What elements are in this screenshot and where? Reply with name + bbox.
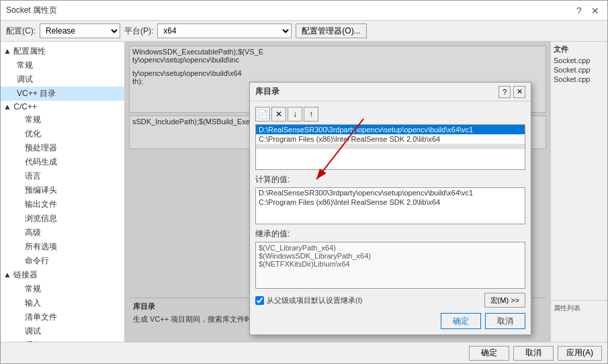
close-button[interactable]: ✕ xyxy=(589,4,602,17)
platform-select[interactable]: x64 xyxy=(157,24,292,38)
main-panel: WindowsSDK_ExecutablePath);$(VS_E ty\ope… xyxy=(125,42,550,342)
file-item-2[interactable]: Socket.cpp xyxy=(551,75,607,84)
sidebar-item-advanced[interactable]: 高级 xyxy=(1,226,124,240)
file-item-0[interactable]: Socket.cpp xyxy=(551,56,607,65)
sidebar-item-preprocessor[interactable]: 预处理器 xyxy=(1,141,124,155)
modal-title: 库目录 xyxy=(255,86,279,97)
sidebar-item-linker[interactable]: ▲ 链接器 xyxy=(1,268,124,282)
modal-confirm-button[interactable]: 确定 xyxy=(441,313,481,329)
modal-overlay: 库目录 ? ✕ 📄 ✕ ↓ ↑ xyxy=(125,42,550,342)
modal-cancel-button[interactable]: 取消 xyxy=(485,313,525,329)
window-title: Socket 属性页 xyxy=(6,5,57,16)
list-item-0[interactable]: D:\RealSenseSR300\3rdparty\opencv\setup\… xyxy=(256,125,525,134)
inherited-item-2: $(NETFXKitsDir)Lib\um\x64 xyxy=(259,260,522,268)
inherited-box: $(VC_LibraryPath_x64) $(WindowsSDK_Libra… xyxy=(255,242,525,289)
macro-button[interactable]: 宏(M) >> xyxy=(484,293,525,308)
file-item-1[interactable]: Socket.cpp xyxy=(551,65,607,75)
modal-icon-toolbar: 📄 ✕ ↓ ↑ xyxy=(255,107,525,122)
bottom-bar: 确定 取消 应用(A) xyxy=(1,342,607,363)
config-select[interactable]: Release xyxy=(40,24,120,38)
main-window: Socket 属性页 ? ✕ 配置(C): Release 平台(P): x64… xyxy=(0,0,608,364)
config-label: 配置(C): xyxy=(6,26,36,37)
sidebar-item-cpp-optimize[interactable]: 优化 xyxy=(1,127,124,141)
sidebar-item-general[interactable]: 常规 xyxy=(1,58,124,73)
bottom-cancel-button[interactable]: 取消 xyxy=(513,346,554,361)
inherited-label: 继承的值: xyxy=(255,228,525,240)
editable-list[interactable]: D:\RealSenseSR300\3rdparty\opencv\setup\… xyxy=(255,124,525,170)
sidebar-item-linker-general[interactable]: 常规 xyxy=(1,282,124,296)
inherit-checkbox[interactable] xyxy=(255,296,264,305)
file-list-column: 文件 Socket.cpp Socket.cpp Socket.cpp 属性列表 xyxy=(550,42,607,342)
title-bar-controls: ? ✕ xyxy=(572,4,602,17)
delete-item-button[interactable]: ✕ xyxy=(271,107,286,122)
config-manager-button[interactable]: 配置管理器(O)... xyxy=(296,24,366,38)
sidebar-item-linker-input[interactable]: 输入 xyxy=(1,296,124,310)
modal-bottom: 确定 取消 xyxy=(255,313,525,329)
modal-controls: ? ✕ xyxy=(498,86,525,98)
inherited-item-0: $(VC_LibraryPath_x64) xyxy=(259,244,522,252)
sidebar-item-language[interactable]: 语言 xyxy=(1,169,124,183)
content-area: ▲ 配置属性 常规 调试 VC++ 目录 ▲ C/C++ 常规 优化 预处理器 … xyxy=(1,42,607,342)
move-down-button[interactable]: ↓ xyxy=(288,107,302,122)
new-item-button[interactable]: 📄 xyxy=(255,107,270,122)
file-list-bottom-label: 属性列表 xyxy=(554,304,580,312)
sidebar-item-linker-debug[interactable]: 调试 xyxy=(1,324,124,338)
sidebar-item-debug[interactable]: 调试 xyxy=(1,73,124,87)
modal-close-button[interactable]: ✕ xyxy=(513,86,525,98)
computed-item-0: D:\RealSenseSR300\3rdparty\opencv\setup\… xyxy=(256,188,525,197)
file-list-header: 文件 xyxy=(551,43,607,56)
bottom-confirm-button[interactable]: 确定 xyxy=(469,346,509,361)
sidebar-item-cpp-general[interactable]: 常规 xyxy=(1,113,124,127)
sidebar-item-config-props[interactable]: ▲ 配置属性 xyxy=(1,44,124,58)
sidebar-item-browse[interactable]: 浏览信息 xyxy=(1,212,124,226)
move-up-button[interactable]: ↑ xyxy=(304,107,318,122)
title-bar: Socket 属性页 ? ✕ xyxy=(1,1,607,21)
modal-help-button[interactable]: ? xyxy=(498,86,511,98)
bottom-apply-button[interactable]: 应用(A) xyxy=(558,346,602,361)
sidebar-item-manifest[interactable]: 清单文件 xyxy=(1,310,124,324)
sidebar-item-pch[interactable]: 预编译头 xyxy=(1,183,124,197)
computed-list: D:\RealSenseSR300\3rdparty\opencv\setup\… xyxy=(255,187,525,224)
sidebar-item-cmdline[interactable]: 命令行 xyxy=(1,254,124,268)
modal-body: 📄 ✕ ↓ ↑ D:\RealSenseSR300\3rdparty\openc… xyxy=(250,101,531,334)
computed-item-1: C:\Program Files (x86)\Intel RealSense S… xyxy=(256,197,525,207)
list-item-1[interactable]: C:\Program Files (x86)\Intel RealSense S… xyxy=(256,134,525,144)
platform-label: 平台(P): xyxy=(124,26,153,37)
sidebar-item-output[interactable]: 输出文件 xyxy=(1,197,124,212)
sidebar-item-codegen[interactable]: 代码生成 xyxy=(1,155,124,169)
toolbar-row: 配置(C): Release 平台(P): x64 配置管理器(O)... xyxy=(1,21,607,42)
sidebar-item-vc-dirs[interactable]: VC++ 目录 xyxy=(1,87,124,101)
modal-title-bar: 库目录 ? ✕ xyxy=(250,83,531,101)
modal-dialog: 库目录 ? ✕ 📄 ✕ ↓ ↑ xyxy=(249,82,531,335)
sidebar: ▲ 配置属性 常规 调试 VC++ 目录 ▲ C/C++ 常规 优化 预处理器 … xyxy=(1,42,125,342)
help-button[interactable]: ? xyxy=(572,4,586,17)
sidebar-item-cpp[interactable]: ▲ C/C++ xyxy=(1,101,124,113)
computed-label: 计算的值: xyxy=(255,174,525,185)
inherit-label: 从父级或项目默认设置继承(I) xyxy=(267,295,362,306)
checkbox-row: 从父级或项目默认设置继承(I) 宏(M) >> xyxy=(255,293,525,308)
inherited-item-1: $(WindowsSDK_LibraryPath_x64) xyxy=(259,252,522,260)
sidebar-item-all-options[interactable]: 所有选项 xyxy=(1,240,124,254)
